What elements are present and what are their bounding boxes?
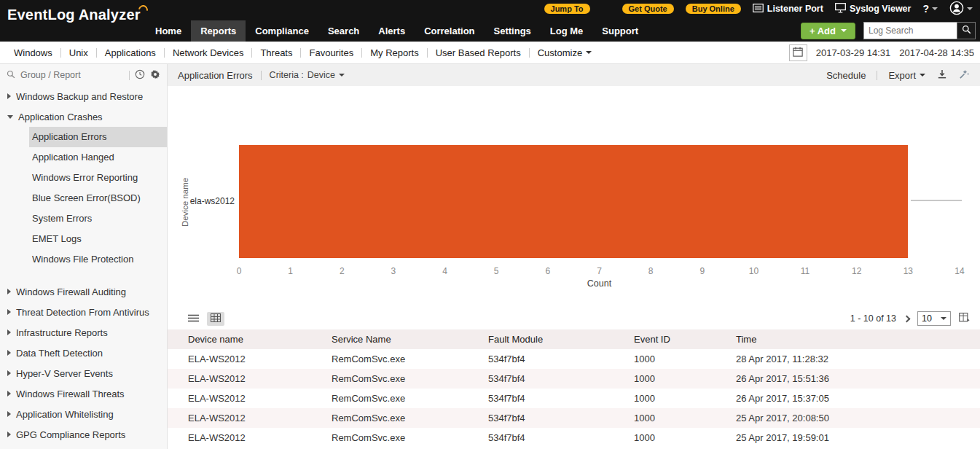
subnav-item-threats[interactable]: Threats	[252, 47, 300, 58]
search-button[interactable]	[957, 22, 976, 39]
tree-item-emet-logs[interactable]: EMET Logs	[29, 229, 167, 249]
date-from[interactable]: 2017-03-29 14:31	[816, 47, 891, 58]
recent-reports-button[interactable]	[135, 69, 145, 82]
wand-button[interactable]	[959, 69, 970, 82]
export-dropdown[interactable]: Export	[888, 70, 925, 81]
table-cell: 1000	[614, 408, 716, 428]
column-header-time[interactable]: Time	[716, 329, 980, 349]
syslog-viewer-icon	[835, 3, 846, 15]
column-header-service-name[interactable]: Service Name	[311, 329, 468, 349]
tree-item-windows-error-reporting[interactable]: Windows Error Reporting	[29, 168, 167, 188]
add-button[interactable]: + Add	[801, 23, 855, 39]
table-view-button[interactable]	[207, 312, 224, 326]
nav-item-search[interactable]: Search	[318, 20, 369, 42]
help-label: ?	[922, 3, 929, 15]
subnav-item-unix[interactable]: Unix	[61, 47, 96, 58]
tree-group-threat-detection-from-antivirus[interactable]: Threat Detection From Antivirus	[0, 302, 167, 322]
app-logo[interactable]: EventLog Analyzer	[7, 7, 148, 23]
main-nav: HomeReportsComplianceSearchAlertsCorrela…	[146, 20, 648, 42]
listener-port-link[interactable]: Listener Port	[753, 4, 823, 15]
tree-item-windows-file-protection[interactable]: Windows File Protection	[29, 249, 167, 270]
nav-item-support[interactable]: Support	[592, 20, 648, 42]
tree-group-application-crashes[interactable]: Application Crashes	[0, 106, 167, 127]
report-settings-button[interactable]	[150, 69, 160, 82]
schedule-button[interactable]: Schedule	[826, 70, 866, 81]
table-row[interactable]: ELA-WS2012RemComSvc.exe534f7bf4100025 Ap…	[168, 408, 980, 428]
subnav-item-my-reports[interactable]: My Reports	[362, 47, 426, 58]
tree-item-system-errors[interactable]: System Errors	[29, 208, 167, 229]
page-size-value: 10	[922, 313, 932, 324]
category-label: ela-ws2012	[168, 196, 235, 206]
nav-item-compliance[interactable]: Compliance	[246, 20, 318, 42]
table-row[interactable]: ELA-WS2012RemComSvc.exe534f7bf4100026 Ap…	[168, 389, 980, 408]
nav-item-correlation[interactable]: Correlation	[415, 20, 484, 42]
download-button[interactable]	[936, 69, 948, 82]
tree-group-windows-firewall-auditing[interactable]: Windows Firewall Auditing	[0, 281, 167, 302]
get-quote-badge[interactable]: Get Quote	[622, 4, 674, 14]
syslog-viewer-link[interactable]: Syslog Viewer	[835, 3, 912, 15]
criteria-dropdown[interactable]: Criteria : Device	[270, 70, 345, 80]
date-to[interactable]: 2017-04-28 14:35	[899, 47, 974, 58]
log-search-input[interactable]	[863, 22, 957, 39]
nav-item-settings[interactable]: Settings	[485, 20, 541, 42]
jump-to-badge[interactable]: Jump To	[544, 4, 590, 14]
tree-item-application-errors[interactable]: Application Errors	[29, 127, 167, 147]
table-cell: 25 Apr 2017, 19:59:01	[716, 428, 980, 448]
tree-group-hyper-v-server-events[interactable]: Hyper-V Server Events	[0, 363, 167, 383]
x-tick-label: 0	[237, 266, 242, 276]
nav-item-reports[interactable]: Reports	[191, 20, 246, 42]
log-search	[863, 22, 976, 39]
table-cell: 1000	[614, 369, 716, 389]
group-report-search-input[interactable]	[20, 70, 124, 80]
tree-group-windows-backup-and-restore[interactable]: Windows Backup and Restore	[0, 86, 167, 106]
tree-item-blue-screen-error-bsod[interactable]: Blue Screen Error(BSOD)	[29, 188, 167, 208]
table-settings-icon	[959, 313, 970, 324]
table-cell: RemComSvc.exe	[311, 408, 468, 428]
tree-group-infrastructure-reports[interactable]: Infrastructure Reports	[0, 322, 167, 343]
column-header-fault-module[interactable]: Fault Module	[468, 329, 614, 349]
clock-icon	[135, 69, 145, 82]
x-axis-label: Count	[239, 278, 960, 289]
calendar-button[interactable]	[789, 44, 807, 61]
subnav-item-windows[interactable]: Windows	[6, 47, 60, 58]
column-settings-button[interactable]	[959, 313, 970, 324]
next-page-button[interactable]	[903, 315, 911, 322]
table-cell: 1000	[614, 389, 716, 408]
table-row[interactable]: ELA-WS2012RemComSvc.exe534f7bf4100025 Ap…	[168, 428, 980, 448]
page-title: Application Errors	[178, 70, 253, 81]
nav-item-home[interactable]: Home	[146, 20, 191, 42]
help-menu[interactable]: ?	[922, 3, 938, 15]
subnav-item-customize[interactable]: Customize	[538, 47, 592, 58]
buy-online-badge[interactable]: Buy Online	[686, 4, 741, 14]
user-menu[interactable]	[949, 1, 973, 17]
criteria-label: Criteria :	[270, 70, 304, 80]
tree-group-windows-firewall-threats[interactable]: Windows Firewall Threats	[0, 383, 167, 404]
page-size-select[interactable]: 10	[917, 311, 951, 326]
subnav-item-user-based-reports[interactable]: User Based Reports	[428, 47, 529, 58]
wand-icon	[959, 69, 970, 82]
list-view-button[interactable]	[188, 313, 199, 324]
calendar-icon	[793, 47, 803, 59]
subnav-item-favourites[interactable]: Favourites	[301, 47, 361, 58]
table-cell: RemComSvc.exe	[311, 369, 468, 389]
subnav-item-applications[interactable]: Applications	[97, 47, 164, 58]
table-row[interactable]: ELA-WS2012RemComSvc.exe534f7bf4100028 Ap…	[168, 349, 980, 369]
nav-item-log-me[interactable]: Log Me	[541, 20, 593, 42]
tree-group-label: Data Theft Detection	[16, 348, 103, 359]
chevron-down-icon	[941, 317, 946, 320]
tree-item-application-hanged[interactable]: Application Hanged	[29, 147, 167, 168]
separator	[261, 71, 262, 80]
tree-group-application-whitelisting[interactable]: Application Whitelisting	[0, 404, 167, 424]
table-cell: 1000	[614, 428, 716, 448]
column-header-event-id[interactable]: Event ID	[614, 329, 716, 349]
tree-group-data-theft-detection[interactable]: Data Theft Detection	[0, 343, 167, 363]
table-row[interactable]: ELA-WS2012RemComSvc.exe534f7bf4100026 Ap…	[168, 369, 980, 389]
x-tick-label: 11	[801, 266, 810, 276]
column-header-device-name[interactable]: Device name	[168, 329, 311, 349]
chart-bar[interactable]	[239, 145, 908, 258]
subnav-item-network-devices[interactable]: Network Devices	[165, 47, 252, 58]
syslog-viewer-label: Syslog Viewer	[850, 4, 912, 14]
top-bar: EventLog Analyzer Jump To Get Quote Buy …	[0, 0, 980, 42]
tree-group-gpg-compliance-reports[interactable]: GPG Compliance Reports	[0, 424, 167, 445]
nav-item-alerts[interactable]: Alerts	[369, 20, 415, 42]
